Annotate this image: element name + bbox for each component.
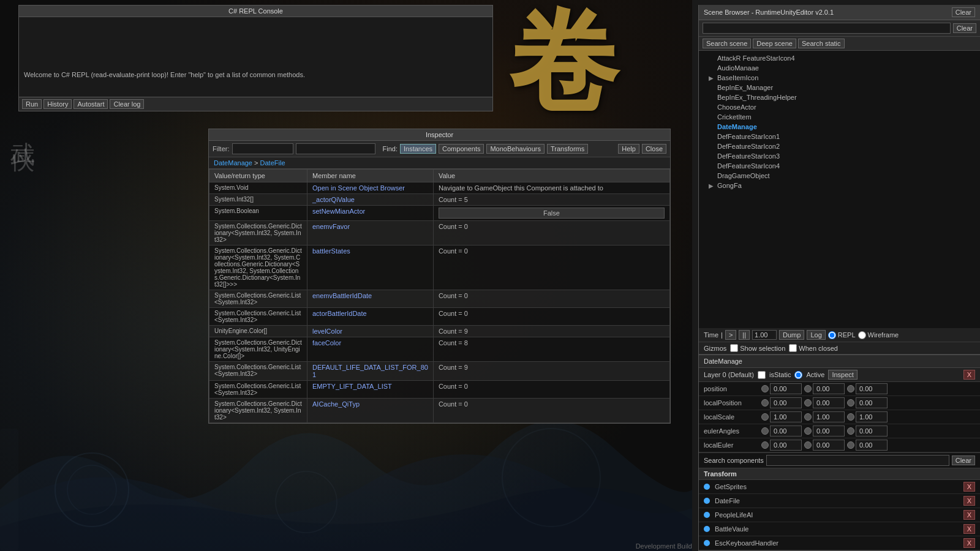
cell-member-name[interactable]: enemvBattlerIdDate xyxy=(307,290,434,308)
component-row[interactable]: EscKeyboardHandlerX xyxy=(699,536,980,550)
cell-member-name[interactable]: _actorQiValue xyxy=(307,194,434,206)
cell-member-name[interactable]: EMPTY_LIFT_DATA_LIST xyxy=(307,381,434,399)
euler-x-btn[interactable] xyxy=(761,427,769,435)
tree-item[interactable]: BepInEx_Manager xyxy=(699,83,980,92)
cell-member-name[interactable]: levelColor xyxy=(307,326,434,337)
component-remove-button[interactable]: X xyxy=(963,538,975,548)
component-remove-button[interactable]: X xyxy=(963,524,975,534)
leuler-x-btn[interactable] xyxy=(761,441,769,449)
tree-item[interactable]: DragGameObject xyxy=(699,171,980,181)
scene-clear-button[interactable]: Clear xyxy=(952,7,975,17)
lpos-z-input[interactable] xyxy=(856,397,888,408)
scale-z-input[interactable] xyxy=(856,411,888,422)
when-closed-checkbox[interactable] xyxy=(789,344,797,352)
table-row[interactable]: System.Collections.Generic.Dictionary<Sy… xyxy=(209,221,670,246)
table-row[interactable]: System.Collections.Generic.Dictionary<Sy… xyxy=(209,337,670,362)
cell-member-name[interactable]: setNewMianActor xyxy=(307,206,434,221)
inspector-table-container[interactable]: Value/return type Member name Value Syst… xyxy=(209,169,670,423)
history-button[interactable]: History xyxy=(43,99,72,109)
tree-item[interactable]: DefFeatureStarIcon3 xyxy=(699,151,980,161)
scene-clear-search-button[interactable]: Clear xyxy=(953,23,976,33)
leuler-z-input[interactable] xyxy=(856,440,888,451)
component-remove-button[interactable]: X xyxy=(963,496,975,506)
scale-x-input[interactable] xyxy=(770,411,802,422)
position-y-input[interactable] xyxy=(813,383,845,394)
log-button[interactable]: Log xyxy=(807,330,825,340)
cell-member-name[interactable]: Open in Scene Object Browser xyxy=(307,182,434,194)
table-row[interactable]: System.Collections.Generic.List<System.I… xyxy=(209,381,670,399)
instances-button[interactable]: Instances xyxy=(400,144,436,154)
wireframe-radio[interactable] xyxy=(858,331,866,339)
table-row[interactable]: System.Int32[]_actorQiValueCount = 5 xyxy=(209,194,670,206)
lpos-z-btn[interactable] xyxy=(847,399,854,407)
scale-y-input[interactable] xyxy=(813,411,845,422)
scale-y-btn[interactable] xyxy=(804,413,812,421)
repl-body[interactable]: Welcome to C# REPL (read-evaluate-print … xyxy=(19,17,492,97)
close-button[interactable]: Close xyxy=(642,144,666,154)
leuler-y-btn[interactable] xyxy=(804,441,812,449)
tree-item[interactable]: ChooseActor xyxy=(699,102,980,112)
run-button[interactable]: Run xyxy=(22,99,42,109)
scale-x-btn[interactable] xyxy=(761,413,769,421)
component-remove-button[interactable]: X xyxy=(963,482,975,492)
cell-value[interactable]: False xyxy=(433,206,669,221)
table-row[interactable]: System.Collections.Generic.List<System.I… xyxy=(209,308,670,326)
euler-x-input[interactable] xyxy=(770,425,802,437)
monobehaviours-button[interactable]: MonoBehaviours xyxy=(486,144,545,154)
euler-z-btn[interactable] xyxy=(847,427,854,435)
search-static-button[interactable]: Search static xyxy=(798,39,845,48)
breadcrumb-parent[interactable]: DateManage xyxy=(214,159,252,167)
table-row[interactable]: System.VoidOpen in Scene Object BrowserN… xyxy=(209,182,670,194)
is-static-checkbox[interactable] xyxy=(758,371,766,379)
lpos-x-input[interactable] xyxy=(770,397,802,408)
timescale-input[interactable] xyxy=(752,330,777,340)
table-row[interactable]: UnityEngine.Color[]levelColorCount = 9 xyxy=(209,326,670,337)
leuler-z-btn[interactable] xyxy=(847,441,854,449)
cell-member-name[interactable]: AICache_QiTyp xyxy=(307,399,434,423)
table-row[interactable]: System.Collections.Generic.Dictionary<Sy… xyxy=(209,246,670,290)
tree-item[interactable]: DateManage xyxy=(699,122,980,132)
cell-member-name[interactable]: faceColor xyxy=(307,337,434,362)
lpos-y-input[interactable] xyxy=(813,397,845,408)
euler-z-input[interactable] xyxy=(856,425,888,437)
table-row[interactable]: System.Collections.Generic.List<System.I… xyxy=(209,362,670,381)
tree-item[interactable]: ▶BaseItemIcon xyxy=(699,73,980,83)
inspect-button[interactable]: Inspect xyxy=(828,370,857,380)
tree-item[interactable]: BepInEx_ThreadingHelper xyxy=(699,92,980,102)
lpos-y-btn[interactable] xyxy=(804,399,812,407)
cell-member-name[interactable]: enemvFavor xyxy=(307,221,434,246)
position-z-input[interactable] xyxy=(856,383,888,394)
help-button[interactable]: Help xyxy=(618,144,639,154)
transforms-button[interactable]: Transforms xyxy=(547,144,588,154)
lpos-x-btn[interactable] xyxy=(761,399,769,407)
cell-member-name[interactable]: DEFAULT_LIFE_DATA_LIST_FOR_80 1 xyxy=(307,362,434,381)
deep-scene-button[interactable]: Deep scene xyxy=(753,39,796,48)
filter-input1[interactable] xyxy=(232,143,293,154)
autostart-button[interactable]: Autostart xyxy=(74,99,108,109)
component-row[interactable]: PeopleLifeAIX xyxy=(699,508,980,522)
component-remove-button[interactable]: X xyxy=(963,510,975,520)
cell-member-name[interactable]: battlerStates xyxy=(307,246,434,290)
component-row[interactable]: GetSpritesX xyxy=(699,480,980,494)
scale-z-btn[interactable] xyxy=(847,413,854,421)
tree-item[interactable]: DefFeatureStarIcon1 xyxy=(699,132,980,141)
pause-button[interactable]: || xyxy=(739,330,750,340)
show-selection-checkbox[interactable] xyxy=(730,344,738,352)
tree-item[interactable]: CricketItem xyxy=(699,112,980,122)
table-row[interactable]: System.Collections.Generic.List<System.I… xyxy=(209,290,670,308)
tree-toggle-icon[interactable]: ▶ xyxy=(709,182,715,189)
euler-y-input[interactable] xyxy=(813,425,845,437)
clear-log-button[interactable]: Clear log xyxy=(110,99,144,109)
components-button[interactable]: Components xyxy=(439,144,484,154)
search-scene-button[interactable]: Search scene xyxy=(703,39,751,48)
euler-y-btn[interactable] xyxy=(804,427,812,435)
tree-item[interactable]: DefFeatureStarIcon4 xyxy=(699,161,980,171)
filter-input2[interactable] xyxy=(296,143,375,154)
table-row[interactable]: System.BooleansetNewMianActorFalse xyxy=(209,206,670,221)
active-radio[interactable] xyxy=(794,371,802,379)
leuler-y-input[interactable] xyxy=(813,440,845,451)
tree-item[interactable]: DefFeatureStarIcon2 xyxy=(699,141,980,151)
position-y-btn[interactable] xyxy=(804,385,812,392)
cell-member-name[interactable]: actorBattlerIdDate xyxy=(307,308,434,326)
position-x-input[interactable] xyxy=(770,383,802,394)
